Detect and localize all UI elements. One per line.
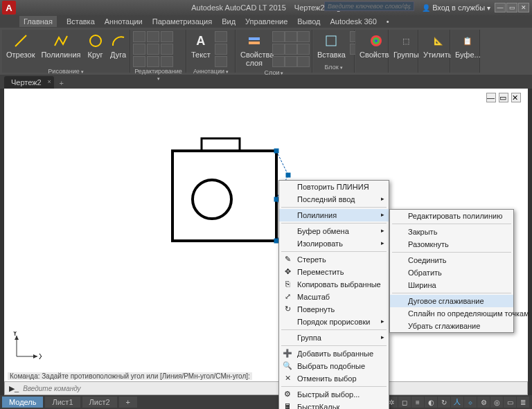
tab-annot[interactable]: Аннотации — [105, 17, 143, 26]
context-menu[interactable]: Повторить ПЛИНИЯПоследний вводПолилинияБ… — [278, 180, 389, 409]
ribbon-tabs: Главная Вставка Аннотации Параметризация… — [0, 15, 532, 28]
signin-link[interactable]: 👤 Вход в службы ▾ — [422, 3, 490, 12]
menu-item[interactable]: Быстрый выбор...⚙ — [279, 388, 389, 401]
menu-item[interactable]: Ширина — [390, 279, 513, 291]
groups-button[interactable]: ⬚Группы — [391, 31, 421, 60]
file-tab[interactable]: Чертеж2× — [4, 76, 54, 89]
menu-item[interactable]: Обратить — [390, 266, 513, 279]
search-input[interactable] — [324, 1, 414, 11]
tab-output[interactable]: Вывод — [297, 17, 320, 26]
menu-item[interactable]: Последний ввод — [279, 193, 389, 206]
menu-item[interactable]: Добавить выбранные➕ — [279, 347, 389, 360]
menu-item[interactable]: Масштаб⤢ — [279, 291, 389, 303]
panel-layers[interactable]: Слои — [238, 69, 310, 77]
panel-block[interactable]: Блок — [315, 63, 352, 71]
menu-item[interactable]: Группа — [279, 331, 389, 344]
grip[interactable] — [286, 173, 291, 178]
title-bar: A Autodesk AutoCAD LT 2015 Чертеж2.dwg 👤… — [0, 0, 532, 15]
help-search[interactable] — [324, 1, 414, 11]
clipboard-button[interactable]: 📋Буфе... — [453, 31, 483, 60]
status-custom-icon[interactable]: ≣ — [517, 397, 529, 408]
svg-point-1 — [90, 35, 101, 46]
menu-item[interactable]: Дуговое сглаживание — [390, 295, 513, 307]
menu-item[interactable]: Выбрать подобные🔍 — [279, 360, 389, 372]
tab-a360[interactable]: Autodesk 360 — [330, 17, 377, 26]
status-lwt-icon[interactable]: ≡ — [411, 397, 424, 408]
close-button[interactable]: ✕ — [518, 3, 529, 12]
menu-item[interactable]: Разомкнуть — [390, 238, 513, 251]
tab-model[interactable]: Модель — [2, 397, 43, 408]
layerprops-button[interactable]: Свойства слоя — [238, 31, 270, 69]
minimize-button[interactable]: — — [495, 3, 506, 12]
tab-param[interactable]: Параметризация — [152, 17, 212, 26]
status-annot-icon[interactable]: 人 — [451, 397, 463, 408]
status-osnap-icon[interactable]: ◻ — [398, 397, 411, 408]
tab-layout2[interactable]: Лист2 — [82, 397, 117, 408]
menu-item[interactable]: Порядок прорисовки — [279, 316, 389, 328]
menu-item[interactable]: Повернуть↻ — [279, 303, 389, 316]
svg-rect-2 — [249, 37, 260, 40]
menu-item[interactable]: Переместить✥ — [279, 266, 389, 278]
status-clean-icon[interactable]: ▭ — [504, 397, 516, 408]
close-tab-icon[interactable]: × — [47, 78, 51, 85]
command-history: Команда: Задайте противоположный угол ил… — [8, 372, 252, 380]
panel-annot[interactable]: Аннотации — [189, 67, 233, 75]
command-line[interactable]: Команда: Задайте противоположный угол ил… — [4, 381, 528, 395]
svg-rect-9 — [172, 151, 276, 241]
menu-item[interactable]: Отменить выбор⨯ — [279, 372, 389, 385]
insert-button[interactable]: Вставка — [315, 31, 348, 60]
menu-item[interactable]: Повторить ПЛИНИЯ — [279, 181, 389, 193]
menu-item[interactable]: Убрать сглаживание — [390, 320, 513, 332]
file-tabs: Чертеж2× + — [0, 75, 532, 89]
status-monitor-icon[interactable]: ◎ — [490, 397, 503, 408]
nav-close-icon[interactable]: ✕ — [511, 93, 521, 102]
menu-item[interactable]: Копировать выбранные⎘ — [279, 278, 389, 291]
panel-modify[interactable]: Редактирование — [133, 67, 184, 82]
svg-point-10 — [193, 180, 231, 219]
tab-layout1[interactable]: Лист1 — [45, 397, 80, 408]
svg-line-0 — [15, 35, 26, 46]
circle-button[interactable]: Круг — [85, 31, 106, 60]
menu-item[interactable]: Соединить — [390, 254, 513, 266]
svg-text:Y: Y — [12, 331, 18, 337]
panel-draw[interactable]: Рисование — [4, 67, 127, 75]
tab-add[interactable]: + — [119, 397, 137, 408]
modify-btn[interactable] — [133, 31, 145, 42]
app-icon[interactable]: A — [2, 1, 16, 15]
status-cycle-icon[interactable]: ↻ — [438, 397, 450, 408]
status-ws-icon[interactable]: ⚙ — [477, 397, 490, 408]
nav-restore-icon[interactable]: ▭ — [499, 93, 508, 102]
svg-point-7 — [375, 39, 378, 42]
nav-minimize-icon[interactable]: — — [486, 93, 496, 102]
menu-item[interactable]: Изолировать — [279, 237, 389, 250]
line-button[interactable]: Отрезок — [4, 31, 37, 60]
menu-item[interactable]: Полилиния — [279, 209, 389, 221]
arc-button[interactable]: Дуга — [108, 31, 129, 60]
menu-item[interactable]: Редактировать полилинию — [390, 210, 513, 222]
menu-item[interactable]: Стереть✎ — [279, 253, 389, 266]
new-tab-button[interactable]: + — [56, 78, 67, 89]
menu-item[interactable]: Буфер обмена — [279, 225, 389, 237]
svg-rect-3 — [249, 42, 260, 44]
ucs-icon: X Y — [12, 331, 42, 361]
tab-more[interactable]: • — [387, 17, 389, 26]
tab-insert[interactable]: Вставка — [66, 17, 95, 26]
status-trans-icon[interactable]: ◐ — [425, 397, 437, 408]
text-button[interactable]: AТекст — [189, 31, 213, 60]
status-bar: Модель Лист1 Лист2 + ▦ ┼ ⊞ ∟ ✲ ◻ ≡ ◐ ↻ 人… — [0, 395, 532, 409]
command-input[interactable] — [23, 385, 527, 392]
tab-home[interactable]: Главная — [19, 16, 57, 27]
menu-item[interactable]: Закрыть — [390, 226, 513, 238]
maximize-button[interactable]: ▭ — [506, 3, 517, 12]
polyline-button[interactable]: Полилиния — [39, 31, 82, 60]
context-submenu[interactable]: Редактировать полилиниюЗакрытьРазомкнуть… — [389, 209, 514, 333]
menu-item[interactable]: Сплайн по определяющим точкам — [390, 307, 513, 320]
menu-item[interactable]: БыстрКальк🖩 — [279, 401, 389, 409]
status-scale-icon[interactable]: ⟐ — [464, 397, 477, 408]
grip[interactable] — [274, 149, 279, 154]
svg-marker-13 — [33, 354, 37, 358]
tab-view[interactable]: Вид — [222, 17, 236, 26]
ribbon: Отрезок Полилиния Круг Дуга Рисование Ре… — [0, 28, 532, 75]
tab-manage[interactable]: Управление — [245, 17, 287, 26]
svg-rect-4 — [326, 36, 336, 46]
